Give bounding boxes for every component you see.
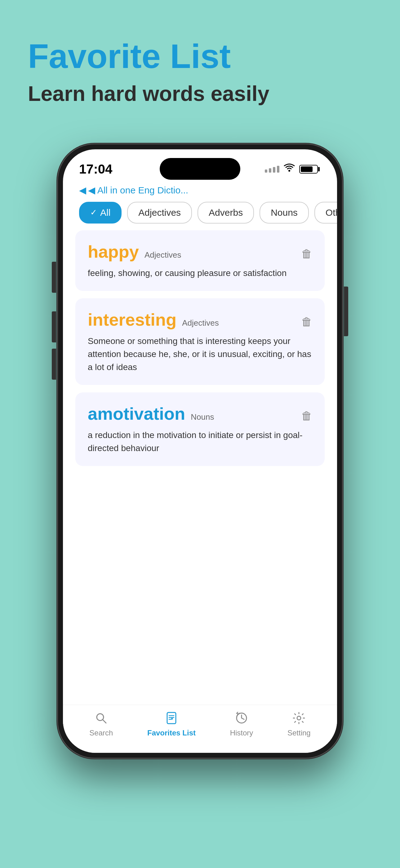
- back-nav[interactable]: ◀ ◀ All in one Eng Dictio...: [63, 183, 337, 198]
- tab-nouns-label: Nouns: [271, 207, 298, 218]
- signal-dot-3: [273, 167, 275, 173]
- delete-interesting-button[interactable]: 🗑: [301, 315, 312, 329]
- tab-other-label: Other: [326, 207, 337, 218]
- word-title-amotivation: amotivation: [88, 404, 185, 424]
- word-definition-happy: feeling, showing, or causing pleasure or…: [88, 267, 312, 280]
- word-title-happy: happy: [88, 242, 139, 262]
- status-time: 17:04: [79, 162, 112, 177]
- nav-label-history: History: [230, 728, 253, 737]
- svg-rect-3: [167, 712, 176, 724]
- word-card-amotivation: amotivation Nouns 🗑 a reduction in the m…: [75, 393, 325, 466]
- phone-container: 17:04: [57, 144, 343, 758]
- word-type-happy: Adjectives: [144, 250, 181, 260]
- tab-other[interactable]: Other: [314, 202, 337, 223]
- page-header: Favorite List Learn hard words easily: [0, 0, 400, 125]
- nav-label-search: Search: [89, 728, 113, 737]
- svg-line-2: [103, 720, 106, 723]
- word-card-header-interesting: interesting Adjectives 🗑: [88, 310, 312, 330]
- svg-point-8: [297, 716, 301, 720]
- svg-point-0: [288, 170, 290, 172]
- tab-adverbs-label: Adverbs: [209, 207, 243, 218]
- nav-label-setting: Setting: [288, 728, 311, 737]
- word-title-area-interesting: interesting Adjectives: [88, 310, 219, 330]
- signal-dots-icon: [265, 166, 279, 173]
- word-type-interesting: Adjectives: [182, 318, 219, 328]
- signal-dot-1: [265, 169, 267, 173]
- word-card-happy: happy Adjectives 🗑 feeling, showing, or …: [75, 230, 325, 291]
- word-title-area-happy: happy Adjectives: [88, 242, 181, 262]
- battery-fill: [301, 166, 312, 172]
- word-card-interesting: interesting Adjectives 🗑 Someone or some…: [75, 298, 325, 385]
- signal-dot-4: [277, 166, 279, 173]
- nav-item-history[interactable]: History: [230, 711, 253, 737]
- tab-check-icon: ✓: [90, 208, 97, 217]
- back-nav-label: ◀ All in one Eng Dictio...: [88, 185, 188, 195]
- word-type-amotivation: Nouns: [191, 412, 214, 422]
- word-card-header-amotivation: amotivation Nouns 🗑: [88, 404, 312, 424]
- wifi-icon: [284, 163, 295, 175]
- history-icon: [235, 711, 248, 726]
- tab-nouns[interactable]: Nouns: [260, 202, 309, 223]
- dynamic-island: [160, 158, 240, 180]
- tab-adjectives[interactable]: Adjectives: [127, 202, 192, 223]
- word-card-header-happy: happy Adjectives 🗑: [88, 242, 312, 262]
- word-list: happy Adjectives 🗑 feeling, showing, or …: [63, 227, 337, 705]
- page-title: Favorite List: [28, 37, 372, 75]
- nav-item-setting[interactable]: Setting: [288, 711, 311, 737]
- nav-label-favorites: Favorites List: [147, 728, 196, 737]
- word-title-area-amotivation: amotivation Nouns: [88, 404, 214, 424]
- word-definition-interesting: Someone or something that is interesting…: [88, 335, 312, 374]
- page-subtitle: Learn hard words easily: [28, 81, 372, 106]
- battery-icon: [299, 165, 318, 174]
- tab-adjectives-label: Adjectives: [138, 207, 181, 218]
- filter-tabs: ✓ All Adjectives Adverbs Nouns Other: [63, 198, 337, 227]
- phone-screen: 17:04: [63, 149, 337, 753]
- search-icon: [94, 711, 108, 726]
- nav-item-favorites[interactable]: Favorites List: [147, 711, 196, 737]
- tab-adverbs[interactable]: Adverbs: [198, 202, 254, 223]
- word-definition-amotivation: a reduction in the motivation to initiat…: [88, 429, 312, 455]
- status-icons: [265, 163, 318, 175]
- setting-icon: [292, 711, 306, 726]
- tab-all[interactable]: ✓ All: [79, 202, 122, 223]
- delete-amotivation-button[interactable]: 🗑: [301, 409, 312, 423]
- signal-dot-2: [269, 168, 271, 173]
- nav-item-search[interactable]: Search: [89, 711, 113, 737]
- tab-all-label: All: [100, 207, 110, 218]
- bottom-nav: Search Favorites List: [63, 705, 337, 753]
- delete-happy-button[interactable]: 🗑: [301, 247, 312, 260]
- back-arrow-icon: ◀: [79, 185, 86, 195]
- favorites-icon: [165, 711, 178, 726]
- word-title-interesting: interesting: [88, 310, 176, 330]
